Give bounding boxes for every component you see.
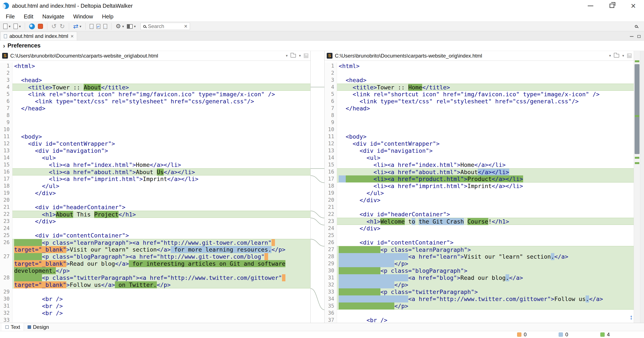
code-row[interactable]: 8 (0, 112, 310, 119)
code-row[interactable]: 12 <div id="contentWrapper"> (324, 140, 634, 147)
vertical-scrollbar[interactable] (634, 51, 640, 323)
next-difference-button[interactable]: ↻ (58, 22, 66, 30)
code-row[interactable]: 16 <li><a href="about.html">About Us</a>… (0, 168, 310, 176)
code-row[interactable]: 24 (0, 225, 310, 232)
code-row[interactable]: 36 (324, 310, 634, 316)
stop-button[interactable] (36, 22, 44, 30)
compare-button[interactable] (28, 22, 36, 30)
code-row[interactable]: 25 <div id="contentContainer"> (0, 232, 310, 239)
code-row[interactable]: 20 (0, 196, 310, 204)
layout-button[interactable]: ▾ (126, 22, 137, 30)
close-button[interactable]: × (622, 0, 644, 12)
code-row[interactable]: 10 (0, 126, 310, 133)
search-input[interactable] (148, 23, 182, 29)
code-row[interactable]: 5 <link rel="shortcut icon" href="img/fa… (0, 91, 310, 98)
minimize-view-icon[interactable] (630, 36, 634, 37)
code-row[interactable]: 21 (324, 204, 634, 211)
save-icon[interactable] (627, 54, 632, 58)
change-marker[interactable] (635, 157, 639, 159)
left-code[interactable]: 1<html>23 <head>4 <title>Tower :: About<… (0, 61, 310, 323)
change-marker[interactable] (635, 60, 639, 62)
code-row[interactable]: 18 <li><a href="imprint.html">Imprint</a… (324, 182, 634, 190)
code-row[interactable]: 9 (324, 119, 634, 126)
chevron-down-icon[interactable]: ▾ (286, 54, 288, 58)
code-row[interactable]: 2 (324, 70, 634, 76)
code-row[interactable]: 7 </head> (0, 105, 310, 112)
code-row[interactable]: 17 <li><a href="product.html">Product</a… (324, 176, 634, 182)
code-row[interactable]: 4 <title>Tower :: About</title> (0, 84, 310, 91)
code-row[interactable]: 4 <title>Tower :: Home</title> (324, 84, 634, 91)
code-row[interactable]: 25 (324, 232, 634, 239)
right-code[interactable]: 1<html>23 <head>4 <title>Tower :: Home</… (324, 61, 634, 323)
maximize-view-icon[interactable] (637, 35, 640, 38)
code-row[interactable]: 5 <link rel="shortcut icon" href="img/fa… (324, 91, 634, 98)
code-row[interactable]: 32 <br /> (0, 310, 310, 316)
code-row[interactable]: 34 <a href="http://www.twitter.com/gitto… (324, 296, 634, 302)
copy-to-right-button[interactable]: → (88, 22, 95, 30)
scrollbar-thumb[interactable] (634, 64, 640, 154)
code-row[interactable]: 6 <link type="text/css" rel="stylesheet"… (0, 98, 310, 105)
tab-design[interactable]: Design (24, 323, 53, 331)
code-row[interactable]: 26 <div id="contentContainer"> (324, 239, 634, 246)
change-marker[interactable] (635, 162, 639, 164)
restore-button[interactable] (601, 0, 622, 12)
code-row[interactable]: 33 (0, 316, 310, 323)
previous-difference-button[interactable]: ↺ (50, 22, 58, 30)
settings-button[interactable]: ⚙ ▾ (114, 22, 126, 30)
menu-window[interactable]: Window (69, 13, 97, 20)
code-row[interactable]: 14 <ul> (0, 154, 310, 161)
tab-close-icon[interactable]: × (70, 33, 74, 39)
code-row[interactable]: 9 (0, 119, 310, 126)
code-row[interactable]: 13 <div id="navigation"> (324, 147, 634, 154)
code-row[interactable]: 26 <p class="learnParagraph"><a href="ht… (0, 239, 310, 246)
code-row[interactable]: 29 (0, 288, 310, 296)
code-row[interactable]: 29 </p> (324, 260, 634, 267)
code-row[interactable]: 23 </div> (0, 218, 310, 225)
code-row[interactable]: 35 </p> (324, 302, 634, 310)
code-row[interactable]: 16 <li><a href="about.html">About</a></l… (324, 168, 634, 176)
minimize-button[interactable] (580, 0, 601, 12)
menu-edit[interactable]: Edit (19, 13, 38, 20)
folder-icon[interactable] (614, 54, 619, 58)
menu-navigate[interactable]: Navigate (38, 13, 69, 20)
code-row[interactable]: 19 </ul> (324, 190, 634, 196)
code-row[interactable]: 30 <br /> (0, 296, 310, 302)
code-row[interactable]: 1<html> (0, 62, 310, 70)
code-row[interactable]: target="_blank">Read our blog</a> for in… (0, 260, 310, 267)
code-row[interactable]: 24 </div> (324, 225, 634, 232)
code-row[interactable]: 28 <a href="learn">Visit our "learn" sec… (324, 253, 634, 260)
copy-all-button[interactable]: ⇄ (95, 22, 102, 30)
code-row[interactable]: 18 </ul> (0, 182, 310, 190)
code-row[interactable]: 17 <li><a href="imprint.html">Imprint</a… (0, 176, 310, 182)
folder-icon[interactable] (290, 54, 296, 58)
code-row[interactable]: 30 <p class="blogParagraph"> (324, 267, 634, 274)
change-marker[interactable] (635, 115, 639, 117)
code-row[interactable]: 31 <br /> (0, 302, 310, 310)
code-row[interactable]: 7 </head> (324, 105, 634, 112)
code-row[interactable]: 22 <div id="headerContainer"> (324, 211, 634, 218)
copy-to-left-button[interactable]: ← (102, 22, 109, 30)
code-row[interactable]: 3 <head> (0, 76, 310, 84)
open-comparison-button[interactable]: ▾ (12, 22, 22, 30)
menu-help[interactable]: Help (98, 13, 118, 20)
code-row[interactable]: 14 <ul> (324, 154, 634, 161)
chevron-down-icon[interactable]: ▾ (609, 54, 611, 58)
menu-file[interactable]: File (1, 13, 19, 20)
code-row[interactable]: 13 <div id="navigation"> (0, 147, 310, 154)
code-row[interactable]: 11 <body> (324, 133, 634, 140)
code-row[interactable]: 1<html> (324, 62, 634, 70)
code-row[interactable]: 2 (0, 70, 310, 76)
scroll-sync-icon[interactable]: ↕ (630, 314, 633, 321)
code-row[interactable]: 28 <p class="twitterParagraph"><a href="… (0, 274, 310, 281)
save-icon[interactable] (304, 54, 308, 58)
code-row[interactable]: 32 </p> (324, 281, 634, 288)
tab-text[interactable]: Text (2, 323, 24, 331)
code-row[interactable]: 23 <h1>Welcome to the Git Crash Course!<… (324, 218, 634, 225)
code-row[interactable]: 21 <div id="headerContainer"> (0, 204, 310, 211)
code-row[interactable]: 31 <a href="blog">Read our blog.</a> (324, 274, 634, 281)
preferences-bar[interactable]: › Preferences (0, 41, 644, 51)
code-row[interactable]: development.</p> (0, 267, 310, 274)
chevron-down-icon[interactable]: ▾ (299, 54, 301, 58)
search-icon[interactable] (635, 25, 638, 28)
code-row[interactable]: 22 <h1>About This Project</h1> (0, 211, 310, 218)
